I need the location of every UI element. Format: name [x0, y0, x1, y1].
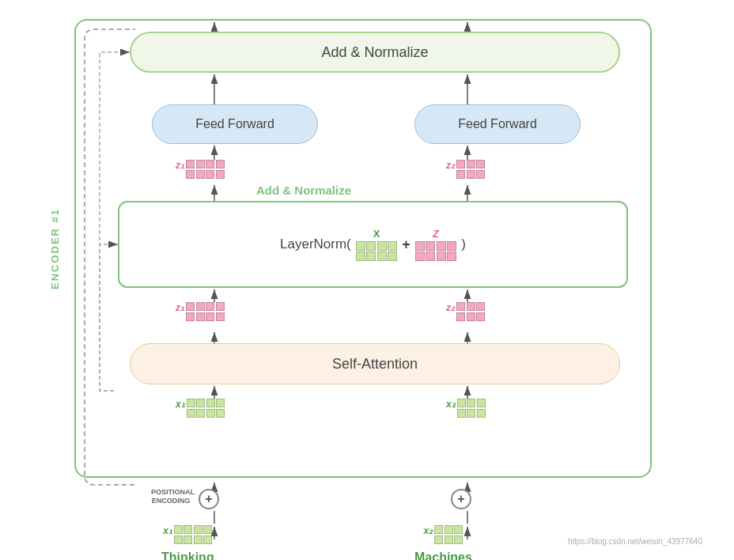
plus-circle-right: + — [451, 489, 471, 509]
word-thinking: Thinking — [161, 551, 214, 561]
word-machines: Machines — [414, 551, 472, 561]
x2-word-grid: x₂ — [424, 525, 463, 544]
x-grid-group: X — [356, 228, 398, 262]
z1-bot-label: z₁ — [176, 302, 184, 313]
pos-enc-circle-right: + — [451, 489, 471, 509]
z1-top-label: z₁ — [176, 160, 184, 171]
z1-top-cells — [186, 160, 225, 179]
x-grid-cells — [356, 241, 398, 262]
feed-forward-left: Feed Forward — [152, 104, 318, 144]
x1-sa-mini-grid: x₁ — [176, 399, 225, 418]
z2-bot-label: z₂ — [446, 302, 455, 313]
x1-sa-label: x₁ — [176, 399, 185, 410]
z2-bot-cells — [456, 302, 485, 321]
diagram-container: ENCODER #1 Add & Normalize Feed Forward … — [27, 11, 707, 549]
word-input-left: x₁ Thinking — [161, 525, 214, 560]
z1-top-grid: z₁ — [176, 160, 225, 179]
z2-top-grid: z₂ — [446, 160, 485, 179]
x2-word-cells — [434, 525, 463, 544]
x1-word-cells — [174, 525, 213, 544]
x2-sa-cells — [457, 399, 486, 418]
z2-bot-mini-grid: z₂ — [446, 302, 485, 321]
self-attention-box: Self-Attention — [130, 343, 620, 384]
encoder-label: ENCODER #1 — [49, 19, 61, 478]
z2-top-cells — [456, 160, 485, 179]
z2-top-mini-grid: z₂ — [446, 160, 485, 179]
add-normalize-inner-label: Add & Normalize — [256, 184, 351, 197]
layernorm-formula: LayerNorm( X + Z — [280, 228, 466, 262]
word-input-right: x₂ Machines — [414, 525, 472, 560]
x2-sa-label: x₂ — [446, 399, 456, 410]
pos-enc-circle-left: + — [199, 489, 219, 509]
x1-word-label: x₁ — [163, 525, 172, 536]
x2-sa-grid: x₂ — [446, 399, 486, 418]
z1-bot-mini-grid: z₁ — [176, 302, 225, 321]
x2-sa-mini-grid: x₂ — [446, 399, 486, 418]
z-grid-group: Z — [415, 228, 457, 262]
x1-sa-grid: x₁ — [176, 399, 225, 418]
x1-sa-cells — [187, 399, 225, 418]
watermark: https://blog.csdn.net/weixin_43977640 — [568, 537, 702, 546]
plus-circle-left: + — [199, 489, 219, 509]
z2-bot-grid: z₂ — [446, 302, 485, 321]
add-normalize-inner-box: LayerNorm( X + Z — [118, 201, 628, 288]
z-grid-cells — [415, 241, 457, 262]
x2-word-label: x₂ — [424, 525, 433, 536]
feed-forward-right: Feed Forward — [414, 104, 581, 144]
z1-top-mini-grid: z₁ — [176, 160, 225, 179]
z1-bot-grid: z₁ — [176, 302, 225, 321]
x1-word-grid: x₁ — [163, 525, 212, 544]
z1-bot-cells — [186, 302, 225, 321]
z2-top-label: z₂ — [446, 160, 455, 171]
pos-enc-label: POSITIONAL ENCODING — [151, 488, 191, 505]
add-normalize-top: Add & Normalize — [130, 32, 620, 73]
